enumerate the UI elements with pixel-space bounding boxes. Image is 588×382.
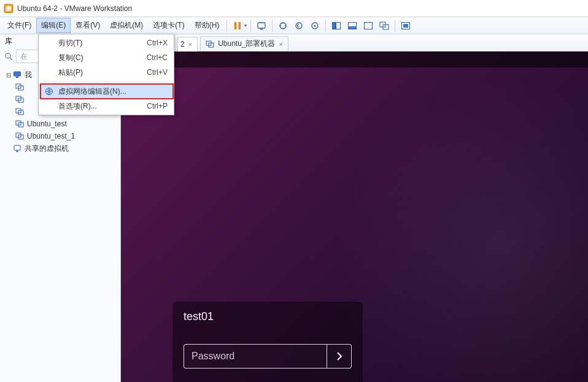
svg-rect-2 [234,22,237,29]
login-card: test01 [172,302,363,382]
svg-rect-18 [403,24,408,28]
svg-rect-23 [16,77,18,78]
view-library-icon[interactable] [329,18,344,33]
edit-menu-dropdown: 剪切(T) Ctrl+X 复制(C) Ctrl+C 粘贴(P) Ctrl+V 虚… [38,34,174,115]
tree-shared-label: 共享的虚拟机 [25,143,69,154]
vm-icon [15,119,25,129]
tree-item-ubuntu-test[interactable]: Ubuntu_test [2,118,118,130]
shared-icon [12,143,22,153]
computer-icon [12,70,22,80]
svg-rect-10 [333,22,336,29]
network-icon [42,87,56,96]
vm-icon [206,40,214,48]
sidebar-title: 库 [5,36,12,47]
tree-shared-vms[interactable]: 共享的虚拟机 [2,142,118,155]
snapshot-manage-icon[interactable] [308,18,322,33]
send-ctrl-alt-del-icon[interactable] [254,18,269,33]
search-icon [4,52,14,61]
menu-paste[interactable]: 粘贴(P) Ctrl+V [39,65,174,80]
tree-root-label: 我 [25,70,32,80]
menu-cut-label: 剪切(T) [56,38,147,48]
svg-rect-3 [239,22,241,29]
vm-console[interactable]: -machine test01 [121,52,588,382]
view-fullscreen-icon[interactable] [361,18,376,33]
menu-copy-label: 复制(C) [56,53,147,63]
svg-rect-13 [349,26,357,29]
content-area: 2 × Ubuntu_部署机器 × -machine test01 [121,34,588,382]
toolbar-separator [226,20,227,32]
tab-label: 2 [180,40,185,48]
window-title: Ubuntu 64-2 - VMware Workstation [17,4,132,13]
toolbar-separator [325,20,326,32]
snapshot-revert-icon[interactable] [292,18,306,33]
guest-menubar: -machine [121,52,588,67]
menu-copy-shortcut: Ctrl+C [147,53,168,62]
menu-preferences[interactable]: 首选项(R)... Ctrl+P [39,99,174,113]
menu-vm[interactable]: 虚拟机(M) [105,18,148,33]
menu-virtual-network-editor[interactable]: 虚拟网络编辑器(N)... [39,84,174,99]
password-input[interactable] [184,351,327,362]
menu-copy[interactable]: 复制(C) Ctrl+C [39,50,174,65]
menu-paste-label: 粘贴(P) [56,67,147,78]
menu-prefs-label: 首选项(R)... [56,101,147,112]
tree-item-ubuntu-test-1[interactable]: Ubuntu_test_1 [2,130,118,142]
svg-rect-1 [6,6,11,11]
vm-icon [15,107,25,117]
vm-icon [15,94,25,104]
vm-icon [15,131,25,141]
menubar: 文件(F) 编辑(E) 查看(V) 虚拟机(M) 选项卡(T) 帮助(H) ▾ [0,17,588,34]
svg-rect-11 [336,22,341,29]
snapshot-take-icon[interactable] [276,18,290,33]
menu-separator [42,82,170,82]
tab-close-icon[interactable]: × [279,40,283,48]
window-titlebar: Ubuntu 64-2 - VMware Workstation [0,0,588,17]
toolbar-separator [272,20,273,32]
svg-rect-34 [14,145,20,150]
pause-button[interactable] [230,18,245,33]
svg-rect-14 [365,22,373,29]
login-submit-button[interactable] [327,345,351,368]
svg-point-7 [296,23,302,29]
login-username[interactable]: test01 [184,310,352,323]
svg-line-21 [10,58,12,60]
svg-point-20 [6,53,10,58]
view-thumbnail-icon[interactable] [345,18,360,33]
menu-vne-label: 虚拟网络编辑器(N)... [56,86,168,97]
view-console-icon[interactable] [398,18,413,33]
collapse-icon[interactable]: ⊟ [5,72,12,78]
toolbar-separator [250,20,251,32]
pause-dropdown-arrow[interactable]: ▾ [244,23,247,28]
tab-label: Ubuntu_部署机器 [218,39,275,49]
menu-cut[interactable]: 剪切(T) Ctrl+X [39,36,174,50]
menu-edit[interactable]: 编辑(E) [36,18,71,33]
tab-close-icon[interactable]: × [188,40,192,48]
toolbar-separator [395,20,395,32]
menu-help[interactable]: 帮助(H) [190,18,225,33]
vmware-app-icon [4,4,14,13]
menu-view[interactable]: 查看(V) [71,18,105,33]
menu-tabs[interactable]: 选项卡(T) [148,18,189,33]
tabstrip: 2 × Ubuntu_部署机器 × [121,34,588,52]
password-row [184,344,352,369]
menu-cut-shortcut: Ctrl+X [147,39,168,47]
tree-item-label: Ubuntu_test_1 [27,132,75,140]
tree-item-label: Ubuntu_test [27,120,67,128]
svg-rect-4 [258,23,265,28]
menu-paste-shortcut: Ctrl+V [147,68,168,77]
svg-rect-5 [260,29,263,30]
tab-ubuntu-64-2[interactable]: 2 × [177,37,198,52]
vm-icon [15,82,25,92]
svg-point-9 [314,25,316,26]
menu-file[interactable]: 文件(F) [2,18,36,33]
view-unity-icon[interactable] [377,18,392,33]
svg-point-35 [17,150,18,152]
svg-rect-22 [14,72,21,76]
tab-ubuntu-deploy[interactable]: Ubuntu_部署机器 × [200,36,288,51]
menu-prefs-shortcut: Ctrl+P [147,102,168,110]
